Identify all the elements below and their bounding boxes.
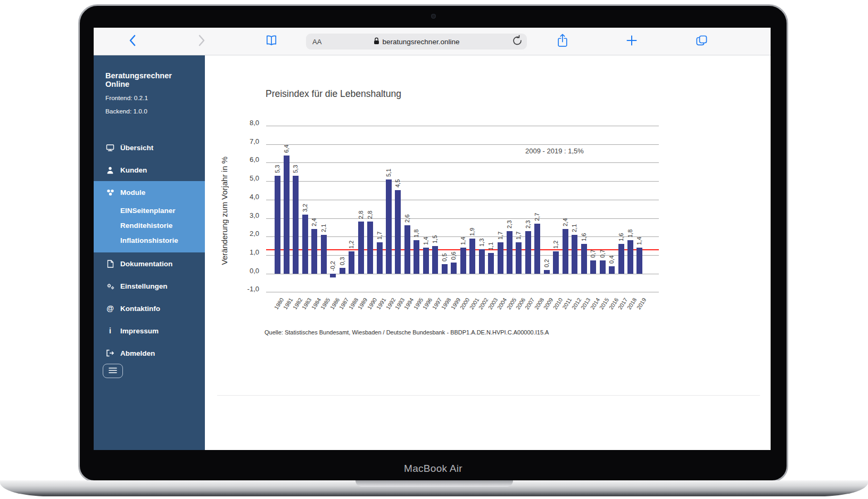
sidebar-subitem-einseitenplaner[interactable]: EINSeitenplaner bbox=[94, 203, 205, 218]
backend-version: Backend: 1.0.0 bbox=[105, 108, 197, 115]
book-icon bbox=[264, 34, 278, 49]
browser-toolbar: AA beratungsrechner.online bbox=[94, 28, 771, 55]
bar-value-label: 5,3 bbox=[292, 165, 299, 173]
share-button[interactable] bbox=[553, 32, 572, 51]
bar-value-label: 2,3 bbox=[525, 220, 532, 228]
bar bbox=[469, 239, 475, 274]
laptop-base bbox=[0, 480, 868, 496]
chevron-right-icon bbox=[195, 34, 207, 50]
bar bbox=[386, 179, 392, 274]
gears-icon bbox=[105, 282, 115, 290]
plus-icon bbox=[625, 34, 638, 49]
laptop-base-notch bbox=[356, 480, 513, 487]
bar-value-label: 1,3 bbox=[478, 239, 485, 247]
bar bbox=[340, 268, 345, 273]
bar-chart-plot: 2009 - 2019 : 1,5% 5,319806,419815,31982… bbox=[266, 126, 659, 292]
bar bbox=[367, 222, 373, 273]
bar-value-label: 1,6 bbox=[618, 233, 625, 241]
bar bbox=[404, 225, 410, 273]
bar bbox=[275, 176, 280, 274]
reload-button[interactable] bbox=[512, 35, 523, 48]
sidebar-item-kontaktinfo[interactable]: @Kontaktinfo bbox=[94, 297, 205, 320]
sidebar-collapse-button[interactable] bbox=[103, 364, 123, 378]
file-pdf-icon bbox=[105, 260, 115, 268]
gridline bbox=[266, 200, 659, 200]
bar-value-label: 2,1 bbox=[320, 224, 327, 232]
sidebar-item-label: Übersicht bbox=[120, 144, 153, 152]
chevron-left-icon bbox=[127, 34, 139, 50]
user-icon bbox=[105, 166, 115, 174]
url-text: beratungsrechner.online bbox=[383, 38, 460, 46]
gridline bbox=[266, 181, 659, 182]
bar-value-label: 6,4 bbox=[283, 144, 290, 152]
bar bbox=[636, 248, 642, 274]
bar-value-label: 0,5 bbox=[441, 253, 448, 261]
tabs-icon bbox=[695, 34, 708, 49]
address-bar[interactable]: AA beratungsrechner.online bbox=[306, 34, 527, 50]
bar-value-label: 1,2 bbox=[552, 241, 559, 249]
bar-value-label: 1,4 bbox=[460, 237, 467, 245]
bar-value-label: 2,4 bbox=[311, 218, 318, 226]
brand-block: Beratungsrechner Online Frontend: 0.2.1 … bbox=[94, 55, 205, 115]
bar-value-label: 0,3 bbox=[339, 257, 346, 265]
camera-dot-icon bbox=[431, 14, 436, 19]
bar-value-label: 5,1 bbox=[385, 168, 392, 176]
bar-value-label: 1,2 bbox=[348, 241, 355, 249]
sidebar-item-impressum[interactable]: iImpressum bbox=[94, 320, 205, 342]
back-button[interactable] bbox=[124, 32, 142, 51]
bar bbox=[451, 263, 457, 274]
bar bbox=[572, 235, 577, 274]
bar bbox=[563, 229, 568, 273]
sidebar-item-label: Abmelden bbox=[120, 349, 155, 357]
bar-value-label: 2,1 bbox=[571, 224, 578, 232]
bar-value-label: 2,3 bbox=[506, 220, 513, 228]
gridline bbox=[266, 144, 659, 145]
bar-value-label: 1,8 bbox=[413, 230, 420, 238]
lock-icon bbox=[374, 37, 379, 46]
bar bbox=[311, 229, 317, 273]
sidebar-item-label: Kunden bbox=[120, 166, 147, 174]
bar bbox=[479, 249, 485, 273]
bar bbox=[349, 251, 354, 274]
sidebar-item-label: Kontaktinfo bbox=[120, 305, 160, 313]
bar bbox=[395, 190, 401, 273]
bar-value-label: 1,9 bbox=[469, 227, 476, 235]
gridline bbox=[266, 274, 659, 274]
y-tick-label: 7,0 bbox=[232, 137, 259, 145]
tabs-overview-button[interactable] bbox=[692, 32, 710, 51]
gridline bbox=[266, 218, 659, 219]
sidebar-item-abmelden[interactable]: Abmelden bbox=[94, 342, 205, 364]
bar-value-label: 1,1 bbox=[487, 242, 494, 250]
bookmarks-button[interactable] bbox=[262, 32, 280, 51]
chart-source: Quelle: Statistisches Bundesamt, Wiesbad… bbox=[264, 329, 549, 336]
new-tab-button[interactable] bbox=[623, 32, 641, 51]
bar-value-label: 1,6 bbox=[581, 233, 588, 241]
bar-value-label: 0,6 bbox=[450, 251, 457, 259]
sidebar-item-einstellungen[interactable]: Einstellungen bbox=[94, 275, 205, 297]
modules-icon bbox=[105, 189, 115, 197]
y-tick-label: 4,0 bbox=[232, 193, 259, 201]
sidebar-item-kunden[interactable]: Kunden bbox=[94, 159, 205, 181]
forward-button[interactable] bbox=[192, 32, 210, 51]
bar bbox=[293, 176, 299, 274]
bar-value-label: 2,6 bbox=[404, 215, 411, 223]
bar bbox=[534, 224, 540, 274]
bar bbox=[423, 248, 429, 274]
sidebar-item-module[interactable]: Module bbox=[94, 181, 205, 203]
device-label: MacBook Air bbox=[78, 463, 788, 475]
bar bbox=[498, 242, 503, 274]
sidebar-subitem-renditehistorie[interactable]: Renditehistorie bbox=[94, 218, 205, 233]
at-icon: @ bbox=[105, 304, 115, 313]
reader-aa-button[interactable]: AA bbox=[312, 38, 321, 46]
bar bbox=[488, 253, 494, 273]
bar bbox=[516, 242, 522, 274]
bar-value-label: 2,7 bbox=[534, 213, 541, 221]
y-tick-label: 2,0 bbox=[232, 230, 259, 238]
sidebar-item-dokumentation[interactable]: Dokumentation bbox=[94, 252, 205, 275]
bar bbox=[377, 242, 383, 274]
browser-window: AA beratungsrechner.online bbox=[94, 28, 771, 450]
bar bbox=[330, 274, 336, 277]
sidebar-item--bersicht[interactable]: Übersicht bbox=[94, 136, 205, 159]
sidebar-subitem-inflationshistorie[interactable]: Inflationshistorie bbox=[94, 233, 205, 248]
bar-value-label: 1,7 bbox=[376, 231, 383, 239]
